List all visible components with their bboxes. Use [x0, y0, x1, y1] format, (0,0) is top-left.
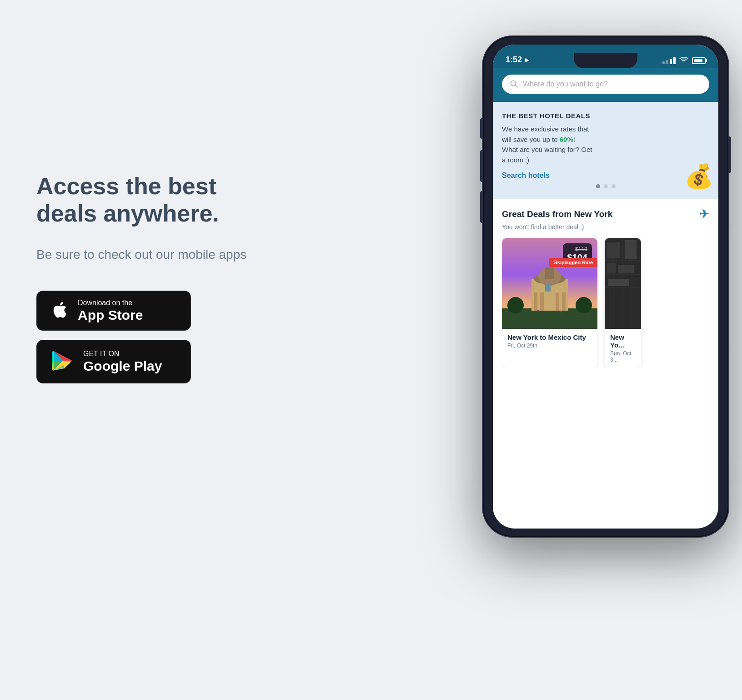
card-date-2: Sun, Oct 3...: [610, 350, 636, 363]
power-button: [728, 136, 731, 173]
banner-body: We have exclusive rates that will save y…: [502, 124, 593, 165]
deals-header: Great Deals from New York ✈: [502, 206, 709, 222]
play-icon: [50, 348, 75, 375]
svg-rect-8: [545, 267, 554, 279]
phone-screen: 1:52 ▶: [493, 45, 718, 529]
card-date-1: Fri, Oct 29th: [507, 342, 592, 349]
skiplagged-badge: Skiplagged Rate: [549, 258, 597, 267]
phone-mockup: 1:52 ▶: [460, 36, 742, 673]
cards-row: $119 $104 Skiplagged Rate New York to Me…: [502, 238, 709, 368]
appstore-text: Download on the App Store: [78, 299, 143, 322]
status-icons: [662, 56, 706, 65]
plane-icon: ✈: [699, 206, 709, 222]
svg-rect-31: [608, 279, 629, 286]
search-bar[interactable]: Where do you want to go?: [502, 75, 709, 94]
googleplay-text: GET IT ON Google Play: [83, 350, 162, 373]
svg-point-15: [507, 297, 524, 313]
svg-point-18: [560, 311, 562, 312]
phone-notch: [574, 53, 637, 68]
svg-rect-9: [534, 292, 537, 311]
signal-icon: [662, 57, 676, 64]
svg-rect-30: [618, 265, 634, 273]
app-header: Where do you want to go?: [493, 68, 718, 102]
apple-icon: [50, 300, 70, 321]
dot-2: [604, 184, 608, 188]
deals-section: Great Deals from New York ✈ You won't fi…: [493, 199, 718, 368]
card-name-2: New Yo...: [610, 333, 636, 349]
svg-point-17: [537, 310, 539, 312]
status-time: 1:52 ▶: [506, 55, 529, 65]
svg-rect-11: [556, 292, 559, 311]
subtext: Be sure to check out our mobile apps: [36, 246, 264, 263]
card-info-2: New Yo... Sun, Oct 3...: [605, 329, 641, 368]
search-icon: [510, 80, 518, 88]
hotel-card-1[interactable]: $119 $104 Skiplagged Rate New York to Me…: [502, 238, 597, 368]
location-icon: ▶: [525, 57, 529, 63]
search-placeholder: Where do you want to go?: [523, 80, 608, 88]
deals-subtitle: You won't find a better deal ;): [502, 223, 709, 231]
svg-point-16: [576, 297, 592, 313]
battery-icon: [692, 57, 706, 64]
card-info-1: New York to Mexico City Fri, Oct 29th: [502, 329, 597, 353]
banner-title: THE BEST HOTEL DEALS: [502, 112, 709, 120]
svg-rect-28: [625, 240, 637, 259]
dot-3: [612, 184, 616, 188]
appstore-button[interactable]: Download on the App Store: [36, 291, 191, 331]
mute-button: [480, 118, 483, 139]
dot-1: [596, 184, 600, 188]
volume-up-button: [480, 150, 483, 182]
svg-rect-12: [562, 292, 566, 311]
svg-rect-13: [545, 283, 551, 292]
googleplay-button[interactable]: GET IT ON Google Play: [36, 340, 191, 383]
svg-rect-27: [607, 242, 620, 258]
search-hotels-link[interactable]: Search hotels: [502, 171, 709, 180]
wifi-icon: [679, 56, 688, 65]
svg-line-2: [515, 85, 517, 87]
money-emoji: 💰: [684, 162, 714, 190]
volume-down-button: [480, 191, 483, 223]
price-old: $119: [567, 246, 588, 252]
left-panel: Access the best deals anywhere. Be sure …: [36, 173, 264, 393]
banner-dots: [502, 180, 709, 191]
headline: Access the best deals anywhere.: [36, 173, 264, 227]
svg-rect-29: [607, 263, 616, 273]
hotel-card-2[interactable]: New Yo... Sun, Oct 3...: [605, 238, 641, 368]
card-name-1: New York to Mexico City: [507, 333, 592, 341]
svg-rect-10: [540, 292, 544, 311]
deal-banner: THE BEST HOTEL DEALS We have exclusive r…: [493, 102, 718, 199]
card-image-2: [605, 238, 641, 329]
phone-frame: 1:52 ▶: [483, 36, 728, 537]
deals-title: Great Deals from New York: [502, 209, 612, 219]
